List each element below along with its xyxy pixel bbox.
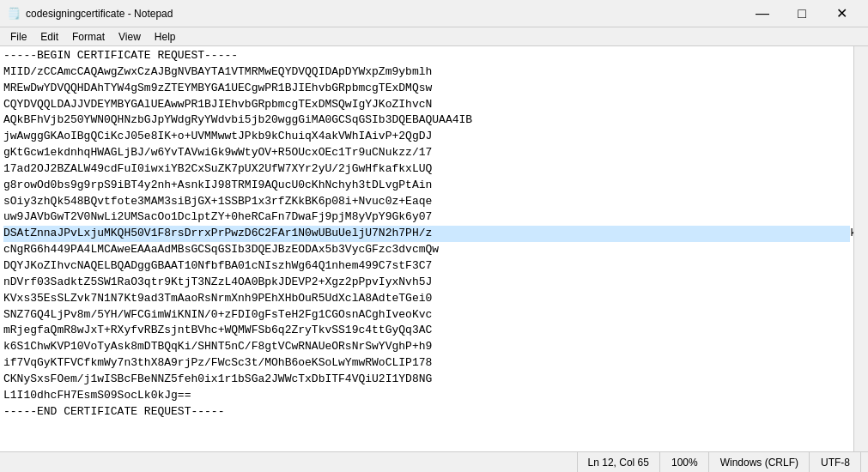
menu-file[interactable]: File [3,29,33,45]
editor-line: -----BEGIN CERTIFICATE REQUEST----- [3,49,238,62]
window-controls: — □ ✕ [743,0,861,27]
menu-view[interactable]: View [112,29,148,45]
editor-wrapper: -----BEGIN CERTIFICATE REQUEST----- MIID… [0,46,868,451]
minimize-button[interactable]: — [743,0,782,27]
encoding: UTF-8 [810,452,861,472]
editor-line: CKNySxsFOem/j1wISBcFBeNNZ5feh0ix1r1bSGa2… [3,372,432,385]
editor-line: L1I10dhcFH7EsmS09SocLk0kJg== [3,389,191,402]
app-icon: 🗒️ [7,7,21,21]
editor-line: g8rowOd0bs9g9rpS9iBT4y2nh+AsnkIJ98TRMI9A… [3,179,432,191]
editor-line: uw9JAVbGwT2V0NwLi2UMSacOo1DclptZY+0heRCa… [3,210,432,223]
cursor-position: Ln 12, Col 65 [577,452,660,472]
editor-line: DSAtZnnaJPvLxjuMKQH50V1F8rsDrrxPrPwzD6C2… [3,226,850,242]
editor-line: mRjegfaQmR8wJxT+RXyfvRBZsjntBVhc+WQMWFSb… [3,324,432,336]
editor-line: SNZ7GQ4LjPv8m/5YH/WFCGimWiKNIN/0+zFDI0gF… [3,308,432,321]
editor-line: -----END CERTIFICATE REQUEST----- [3,405,224,418]
close-button[interactable]: ✕ [822,0,861,27]
editor-line: nDVrf03SadktZ5SW1RaO3qtr9KtjT3NZzL4OA0Bp… [3,275,432,288]
editor-line: jwAwggGKAoIBgQCiKcJ05e8IK+o+UVMMwwtJPkb9… [3,130,432,142]
editor-line: AQkBFhVjb250YWN0QHNzbGJpYWdgRyYWdvbi5jb2… [3,113,472,126]
editor-line: if7VqGyKTFVCfkmWy7n3thX8A9rjPz/FWcSc3t/M… [3,356,432,369]
editor-line: cNgRG6h449PA4LMCAweEAAaAdMBsGCSqGSIb3DQE… [3,243,439,256]
menu-bar: File Edit Format View Help [0,27,868,46]
editor-line: MREwDwYDVQQHDAhTYW4gSm9zZTEYMBYGA1UECgwP… [3,82,432,94]
text-editor[interactable]: -----BEGIN CERTIFICATE REQUEST----- MIID… [0,46,853,451]
menu-format[interactable]: Format [65,29,112,45]
editor-line: KVxs35EsSLZvk7N1N7Kt9ad3TmAaoRsNrmXnh9PE… [3,292,432,305]
window-title: codesigningcertificate - Notepad [26,8,173,20]
menu-help[interactable]: Help [148,29,183,45]
line-ending: Windows (CRLF) [710,452,810,472]
editor-line: DQYJKoZIhvcNAQELBQADggGBAAT10NfbfBA01cNI… [3,259,432,272]
menu-edit[interactable]: Edit [33,29,65,45]
status-bar: Ln 12, Col 65 100% Windows (CRLF) UTF-8 [0,451,868,472]
vertical-scrollbar[interactable] [853,46,868,451]
editor-line: MIID/zCCAmcCAQAwgZwxCzAJBgNVBAYTA1VTMRMw… [3,65,432,78]
maximize-button[interactable]: □ [782,0,822,27]
title-bar: 🗒️ codesigningcertificate - Notepad — □ … [0,0,868,27]
editor-line: k6S1ChwKVP10VoTyAsk8mDTBQqKi/SHNT5nC/F8g… [3,340,432,353]
editor-line: sOiy3zhQk548BQvtfote3MAM3siBjGX+1SSBP1x3… [3,195,432,208]
editor-line: gKtGcw1ekdnhqHWAGLjBJ/w6YvTAVwiGk9wWtyOV… [3,146,432,159]
editor-line: CQYDVQQLDAJJVDEYMBYGAlUEAwwPR1BJIEhvbGRp… [3,98,432,111]
zoom-level: 100% [661,452,709,472]
editor-line: 17ad2OJ2BZALW49cdFuI0iwxiYB2CxSuZK7pUX2U… [3,162,432,175]
